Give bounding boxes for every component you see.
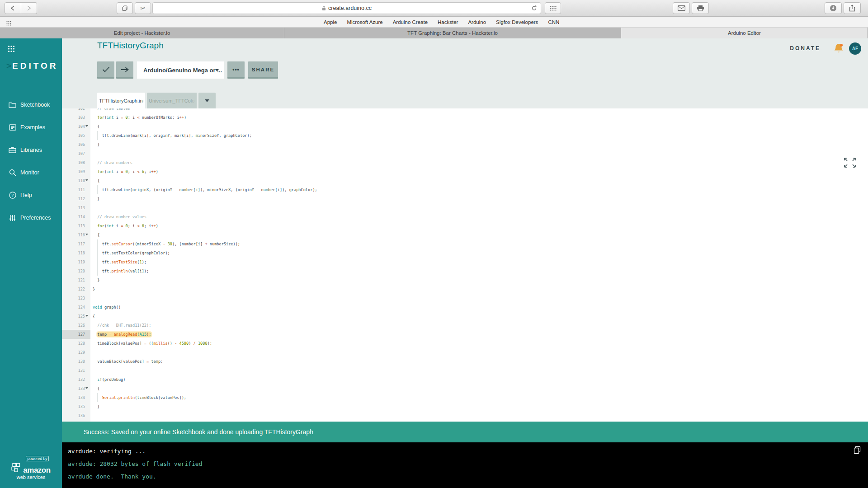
code-line[interactable]: 132 if(proDebug) xyxy=(62,375,868,384)
code-line[interactable]: 135 } xyxy=(62,402,868,411)
bookmark-item[interactable]: Microsoft Azure xyxy=(347,19,382,25)
bookmark-item[interactable]: Sigfox Developers xyxy=(496,19,538,25)
code-line[interactable]: 106 } xyxy=(62,140,868,149)
pages-icon[interactable] xyxy=(117,2,133,14)
code-line[interactable]: 126 //chk = DHT.read11(22); xyxy=(62,321,868,330)
file-tabs-dropdown[interactable] xyxy=(198,93,216,108)
code-line[interactable]: 112 } xyxy=(62,194,868,203)
fold-caret-icon[interactable] xyxy=(85,179,88,181)
sidebar-item-sketchbook[interactable]: Sketchbook xyxy=(0,94,62,116)
code-line-text: tft.setTextColor(graphColor); xyxy=(93,249,170,258)
code-line-text: } xyxy=(93,194,100,203)
chevron-down-icon xyxy=(215,69,219,71)
code-line-text: tft.println(val[i]); xyxy=(93,267,149,276)
code-line[interactable]: 104 { xyxy=(62,122,868,131)
share-button[interactable]: SHARE xyxy=(248,61,278,79)
browser-tab[interactable]: Arduino Editor xyxy=(621,28,868,38)
line-number: 134 xyxy=(62,393,90,402)
code-line-text: tft.drawLine(mark[i], originY, mark[i], … xyxy=(93,131,252,140)
verify-button[interactable] xyxy=(97,61,114,79)
bookmark-item[interactable]: Arduino xyxy=(468,19,486,25)
file-tab[interactable]: TFTHistoryGraph.ino xyxy=(97,93,145,108)
code-line[interactable]: 105 tft.drawLine(mark[i], originY, mark[… xyxy=(62,131,868,140)
code-line[interactable]: 120 tft.println(val[i]); xyxy=(62,267,868,276)
reload-icon[interactable] xyxy=(531,5,537,13)
bookmark-item[interactable]: CNN xyxy=(548,19,559,25)
code-line[interactable]: 108 // draw numbers xyxy=(62,158,868,167)
url-bar[interactable]: create.arduino.cc xyxy=(152,2,541,14)
tab-grid-icon[interactable] xyxy=(545,2,561,14)
more-options-button[interactable]: ••• xyxy=(227,61,245,79)
printer-icon[interactable] xyxy=(692,2,709,14)
line-number: 113 xyxy=(62,203,90,212)
code-line[interactable]: 111 tft.drawLine(originX, (originY - num… xyxy=(62,185,868,194)
code-line[interactable]: 114 // draw number values xyxy=(62,212,868,221)
upload-button[interactable] xyxy=(116,61,133,79)
sidebar-item-help[interactable]: ?Help xyxy=(0,184,62,206)
bookmark-item[interactable]: Arduino Create xyxy=(393,19,428,25)
code-line[interactable]: 134 Serial.println(timeBlock[valuePos]); xyxy=(62,393,868,402)
aws-cubes-icon xyxy=(11,463,21,474)
code-line[interactable]: 107 xyxy=(62,149,868,158)
code-line[interactable]: 109 for(int i = 0; i < 6; i++) xyxy=(62,167,868,176)
share-icon[interactable] xyxy=(844,2,861,14)
bookmark-item[interactable]: Hackster xyxy=(438,19,458,25)
sidebar-item-monitor[interactable]: Monitor xyxy=(0,161,62,184)
browser-tab[interactable]: TFT Graphing: Bar Charts - Hackster.io xyxy=(284,28,621,38)
code-line[interactable]: 115 for(int i = 0; i < 6; i++) xyxy=(62,221,868,230)
code-line[interactable]: 124void graph() xyxy=(62,303,868,312)
downloads-icon[interactable] xyxy=(825,2,842,14)
bookmark-item[interactable]: Apple xyxy=(324,19,337,25)
sidebar-item-preferences[interactable]: Preferences xyxy=(0,206,62,229)
browser-tab[interactable]: Edit project - Hackster.io xyxy=(0,28,284,38)
file-tab[interactable]: Universum_TFTColours.h xyxy=(147,93,197,108)
back-icon[interactable] xyxy=(5,2,21,14)
fold-caret-icon[interactable] xyxy=(85,387,88,389)
code-line[interactable]: 133 { xyxy=(62,384,868,393)
code-line[interactable]: 117 tft.setCursor((minorSizeX - 30), (nu… xyxy=(62,239,868,249)
line-number: 111 xyxy=(62,185,90,194)
code-line[interactable]: 128 timeBlock[valuePos] = ((millis() - 4… xyxy=(62,339,868,348)
code-line[interactable]: 102 // draw tables xyxy=(62,108,868,113)
code-line[interactable]: 122} xyxy=(62,285,868,294)
code-line[interactable]: 121 } xyxy=(62,276,868,285)
fold-caret-icon[interactable] xyxy=(85,234,88,235)
code-line[interactable]: 116 { xyxy=(62,230,868,239)
fullscreen-icon[interactable] xyxy=(843,157,857,170)
forward-icon[interactable] xyxy=(21,2,38,14)
sidebar-item-libraries[interactable]: Libraries xyxy=(0,139,62,161)
fold-caret-icon[interactable] xyxy=(85,315,88,317)
code-line[interactable]: 130 valueBlock[valuePos] = temp; xyxy=(62,357,868,366)
bookmarks-bar: AppleMicrosoft AzureArduino CreateHackst… xyxy=(0,17,868,28)
avatar[interactable]: AF xyxy=(849,42,861,55)
code-line[interactable]: 136 xyxy=(62,411,868,420)
code-line-text: tft.setCursor((minorSizeX - 30), (number… xyxy=(93,239,240,249)
code-line[interactable]: 113 xyxy=(62,203,868,212)
code-line[interactable]: 119 tft.setTextSize(1); xyxy=(62,258,868,267)
share-button-label: SHARE xyxy=(252,67,274,72)
copy-log-icon[interactable] xyxy=(854,446,861,456)
mail-icon[interactable] xyxy=(673,2,690,14)
line-number: 118 xyxy=(62,249,90,258)
donate-link[interactable]: DONATE xyxy=(790,45,821,52)
code-line[interactable]: 125{ xyxy=(62,312,868,321)
scissors-icon[interactable]: ✂ xyxy=(135,2,151,14)
code-editor[interactable]: 102 // draw tables103 for(int i = 0; i <… xyxy=(62,108,868,422)
fold-caret-icon[interactable] xyxy=(85,125,88,127)
sidebar-item-examples[interactable]: Examples xyxy=(0,116,62,139)
code-line[interactable]: 118 tft.setTextColor(graphColor); xyxy=(62,249,868,258)
sidebar-item-label: Help xyxy=(20,192,32,198)
code-line-text: } xyxy=(93,276,100,285)
code-line[interactable]: 103 for(int i = 0; i < numberOfMarks; i+… xyxy=(62,113,868,122)
apps-grid-icon[interactable] xyxy=(8,45,15,54)
code-line-text: { xyxy=(93,312,95,321)
code-line[interactable]: 129 xyxy=(62,348,868,357)
code-line[interactable]: 127 temp = analogRead(A15); xyxy=(62,330,868,339)
notification-bell-icon[interactable] xyxy=(834,43,844,56)
favorites-grid-icon[interactable] xyxy=(6,19,12,28)
code-line[interactable]: 123 xyxy=(62,294,868,303)
board-selector[interactable]: Arduino/Genuino Mega or ... xyxy=(137,61,224,79)
code-line[interactable]: 110 { xyxy=(62,176,868,185)
folder-icon xyxy=(9,101,16,109)
code-line[interactable]: 131 xyxy=(62,366,868,375)
